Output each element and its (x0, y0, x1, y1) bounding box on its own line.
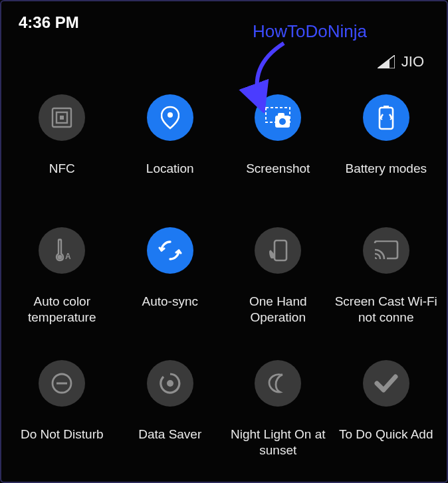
tile-auto-color-temperature[interactable]: A Auto color temperature (8, 227, 116, 326)
tile-auto-sync[interactable]: Auto-sync (116, 227, 224, 326)
svg-point-15 (167, 380, 173, 387)
svg-rect-12 (275, 241, 286, 260)
tile-location[interactable]: Location (116, 94, 224, 193)
tile-todo-quick-add[interactable]: To Do Quick Add (332, 360, 440, 458)
svg-point-10 (58, 255, 62, 260)
tile-data-saver[interactable]: Data Saver (116, 360, 224, 458)
tile-label: Location (146, 161, 194, 193)
one-hand-icon (255, 227, 301, 274)
svg-rect-9 (380, 108, 393, 129)
svg-point-3 (168, 112, 173, 118)
tile-battery-modes[interactable]: Battery modes (332, 94, 440, 193)
tile-label: Battery modes (346, 161, 427, 193)
tile-label: Data Saver (138, 427, 201, 458)
signal-icon (378, 55, 395, 68)
location-icon (147, 94, 193, 141)
tile-do-not-disturb[interactable]: Do Not Disturb (8, 360, 116, 458)
tile-label: One Hand Operation (224, 294, 332, 326)
sync-icon (147, 227, 193, 274)
arrow-annotation-icon (221, 40, 294, 113)
dnd-icon (39, 360, 85, 407)
tile-nfc[interactable]: NFC (8, 94, 116, 193)
cast-icon (363, 227, 409, 274)
tile-screen-cast[interactable]: Screen Cast Wi-Fi not conne (332, 227, 440, 326)
tile-label: Screen Cast Wi-Fi not conne (332, 294, 440, 326)
thermometer-icon: A (39, 227, 85, 274)
tile-label: NFC (49, 161, 75, 193)
carrier-label: JIO (401, 53, 424, 70)
quick-settings-grid: NFC Location Screenshot (8, 94, 440, 483)
watermark-text: HowToDoNinja (253, 21, 367, 42)
tile-label: To Do Quick Add (339, 427, 433, 458)
battery-modes-icon (363, 94, 409, 141)
tile-one-hand-operation[interactable]: One Hand Operation (224, 227, 332, 326)
tile-label: Auto-sync (142, 294, 198, 326)
status-time: 4:36 PM (19, 13, 79, 32)
signal-indicator: JIO (378, 53, 424, 70)
tile-label: Auto color temperature (8, 294, 116, 326)
checkmark-icon (363, 360, 409, 407)
tile-label: Screenshot (246, 161, 310, 193)
tile-night-light[interactable]: Night Light On at sunset (224, 360, 332, 458)
tile-label: Night Light On at sunset (224, 427, 332, 458)
svg-rect-6 (278, 113, 284, 117)
nfc-icon (39, 94, 85, 141)
moon-icon (255, 360, 301, 407)
svg-rect-2 (60, 116, 64, 120)
status-bar: 4:36 PM (1, 1, 447, 32)
tile-label: Do Not Disturb (21, 427, 104, 458)
svg-point-7 (279, 118, 286, 125)
data-saver-icon (147, 360, 193, 407)
svg-text:A: A (65, 252, 71, 261)
